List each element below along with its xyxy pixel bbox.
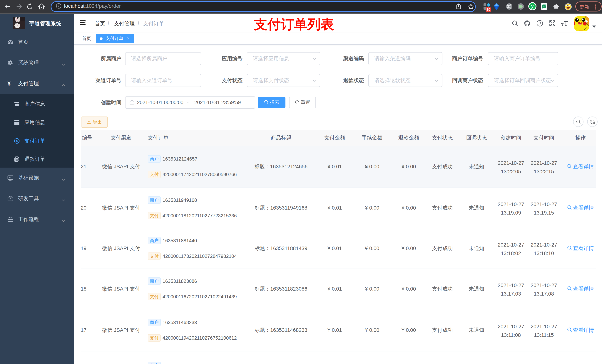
svg-text:y: y (531, 4, 534, 9)
svg-text:10: 10 (486, 8, 490, 11)
svg-text:¥: ¥ (16, 139, 18, 143)
